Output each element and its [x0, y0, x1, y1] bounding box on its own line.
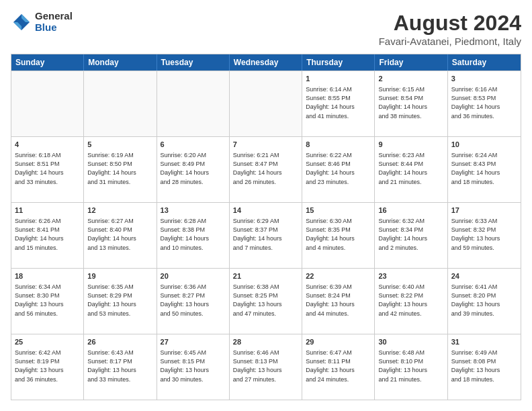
header-friday: Friday — [375, 54, 447, 71]
day-1: 1Sunrise: 6:14 AM Sunset: 8:55 PM Daylig… — [302, 71, 375, 136]
week-row-3: 11Sunrise: 6:26 AM Sunset: 8:41 PM Dayli… — [11, 202, 521, 268]
day-26: 26Sunrise: 6:43 AM Sunset: 8:17 PM Dayli… — [84, 334, 157, 400]
day-info-5: Sunrise: 6:19 AM Sunset: 8:50 PM Dayligh… — [87, 151, 152, 186]
day-info-29: Sunrise: 6:47 AM Sunset: 8:11 PM Dayligh… — [306, 349, 371, 383]
main-title: August 2024 — [379, 11, 521, 36]
day-info-16: Sunrise: 6:32 AM Sunset: 8:34 PM Dayligh… — [378, 217, 443, 252]
day-20: 20Sunrise: 6:36 AM Sunset: 8:27 PM Dayli… — [157, 269, 230, 334]
day-number-7: 7 — [233, 140, 298, 150]
header-monday: Monday — [84, 54, 157, 71]
day-number-31: 31 — [451, 337, 517, 347]
day-19: 19Sunrise: 6:35 AM Sunset: 8:29 PM Dayli… — [84, 269, 157, 334]
day-info-1: Sunrise: 6:14 AM Sunset: 8:55 PM Dayligh… — [306, 85, 371, 120]
day-info-12: Sunrise: 6:27 AM Sunset: 8:40 PM Dayligh… — [87, 217, 152, 252]
day-number-16: 16 — [378, 205, 443, 216]
day-info-31: Sunrise: 6:49 AM Sunset: 8:08 PM Dayligh… — [451, 349, 517, 383]
logo-text: General Blue — [35, 11, 73, 33]
day-30: 30Sunrise: 6:48 AM Sunset: 8:10 PM Dayli… — [375, 334, 447, 400]
day-number-25: 25 — [15, 337, 80, 347]
day-4: 4Sunrise: 6:18 AM Sunset: 8:51 PM Daylig… — [11, 137, 84, 202]
day-27: 27Sunrise: 6:45 AM Sunset: 8:15 PM Dayli… — [157, 334, 230, 400]
day-number-18: 18 — [15, 271, 80, 281]
day-number-9: 9 — [378, 140, 443, 150]
empty-cell-0-0 — [11, 71, 84, 136]
day-number-6: 6 — [161, 140, 226, 150]
day-info-14: Sunrise: 6:29 AM Sunset: 8:37 PM Dayligh… — [233, 217, 298, 252]
day-info-2: Sunrise: 6:15 AM Sunset: 8:54 PM Dayligh… — [378, 85, 443, 120]
day-info-18: Sunrise: 6:34 AM Sunset: 8:30 PM Dayligh… — [15, 283, 80, 318]
header-wednesday: Wednesday — [230, 54, 302, 71]
day-17: 17Sunrise: 6:33 AM Sunset: 8:32 PM Dayli… — [448, 203, 521, 268]
day-info-26: Sunrise: 6:43 AM Sunset: 8:17 PM Dayligh… — [87, 349, 152, 383]
day-number-24: 24 — [451, 271, 517, 281]
day-number-22: 22 — [306, 271, 371, 281]
calendar-body: 1Sunrise: 6:14 AM Sunset: 8:55 PM Daylig… — [11, 71, 521, 400]
day-number-20: 20 — [161, 271, 226, 281]
day-5: 5Sunrise: 6:19 AM Sunset: 8:50 PM Daylig… — [84, 137, 157, 202]
page: General Blue August 2024 Favari-Avatanei… — [0, 0, 532, 411]
week-row-2: 4Sunrise: 6:18 AM Sunset: 8:51 PM Daylig… — [11, 136, 521, 202]
day-number-23: 23 — [378, 271, 443, 281]
day-number-26: 26 — [87, 337, 152, 347]
week-row-4: 18Sunrise: 6:34 AM Sunset: 8:30 PM Dayli… — [11, 268, 521, 334]
day-info-6: Sunrise: 6:20 AM Sunset: 8:49 PM Dayligh… — [161, 151, 226, 186]
day-number-19: 19 — [87, 271, 152, 281]
day-number-27: 27 — [161, 337, 226, 347]
day-info-10: Sunrise: 6:24 AM Sunset: 8:43 PM Dayligh… — [451, 151, 517, 186]
day-13: 13Sunrise: 6:28 AM Sunset: 8:38 PM Dayli… — [157, 203, 230, 268]
day-15: 15Sunrise: 6:30 AM Sunset: 8:35 PM Dayli… — [302, 203, 375, 268]
day-3: 3Sunrise: 6:16 AM Sunset: 8:53 PM Daylig… — [448, 71, 521, 136]
day-info-23: Sunrise: 6:40 AM Sunset: 8:22 PM Dayligh… — [378, 283, 443, 318]
day-21: 21Sunrise: 6:38 AM Sunset: 8:25 PM Dayli… — [230, 269, 302, 334]
day-18: 18Sunrise: 6:34 AM Sunset: 8:30 PM Dayli… — [11, 269, 84, 334]
calendar: Sunday Monday Tuesday Wednesday Thursday… — [11, 54, 521, 400]
day-info-21: Sunrise: 6:38 AM Sunset: 8:25 PM Dayligh… — [233, 283, 298, 318]
header-sunday: Sunday — [11, 54, 84, 71]
header-tuesday: Tuesday — [157, 54, 230, 71]
header: General Blue August 2024 Favari-Avatanei… — [11, 11, 521, 47]
day-8: 8Sunrise: 6:22 AM Sunset: 8:46 PM Daylig… — [302, 137, 375, 202]
day-number-2: 2 — [378, 74, 443, 84]
day-info-30: Sunrise: 6:48 AM Sunset: 8:10 PM Dayligh… — [378, 349, 443, 383]
day-info-19: Sunrise: 6:35 AM Sunset: 8:29 PM Dayligh… — [87, 283, 152, 318]
day-number-15: 15 — [306, 205, 371, 216]
day-10: 10Sunrise: 6:24 AM Sunset: 8:43 PM Dayli… — [448, 137, 521, 202]
day-9: 9Sunrise: 6:23 AM Sunset: 8:44 PM Daylig… — [375, 137, 447, 202]
day-number-1: 1 — [306, 74, 371, 84]
logo-general-text: General — [35, 11, 73, 22]
day-31: 31Sunrise: 6:49 AM Sunset: 8:08 PM Dayli… — [448, 334, 521, 400]
day-info-17: Sunrise: 6:33 AM Sunset: 8:32 PM Dayligh… — [451, 217, 517, 252]
day-number-14: 14 — [233, 205, 298, 216]
day-number-30: 30 — [378, 337, 443, 347]
empty-cell-0-1 — [84, 71, 157, 136]
logo-blue-text: Blue — [35, 22, 73, 34]
empty-cell-0-3 — [230, 71, 302, 136]
week-row-5: 25Sunrise: 6:42 AM Sunset: 8:19 PM Dayli… — [11, 334, 521, 400]
day-number-29: 29 — [306, 337, 371, 347]
logo-icon — [11, 11, 32, 33]
day-number-21: 21 — [233, 271, 298, 281]
day-info-22: Sunrise: 6:39 AM Sunset: 8:24 PM Dayligh… — [306, 283, 371, 318]
day-info-24: Sunrise: 6:41 AM Sunset: 8:20 PM Dayligh… — [451, 283, 517, 318]
week-row-1: 1Sunrise: 6:14 AM Sunset: 8:55 PM Daylig… — [11, 71, 521, 136]
day-info-25: Sunrise: 6:42 AM Sunset: 8:19 PM Dayligh… — [15, 349, 80, 383]
calendar-header: Sunday Monday Tuesday Wednesday Thursday… — [11, 54, 521, 71]
day-info-4: Sunrise: 6:18 AM Sunset: 8:51 PM Dayligh… — [15, 151, 80, 186]
day-info-15: Sunrise: 6:30 AM Sunset: 8:35 PM Dayligh… — [306, 217, 371, 252]
day-6: 6Sunrise: 6:20 AM Sunset: 8:49 PM Daylig… — [157, 137, 230, 202]
empty-cell-0-2 — [157, 71, 230, 136]
logo: General Blue — [11, 11, 73, 33]
day-info-3: Sunrise: 6:16 AM Sunset: 8:53 PM Dayligh… — [451, 85, 517, 120]
day-number-3: 3 — [451, 74, 517, 84]
day-number-5: 5 — [87, 140, 152, 150]
day-12: 12Sunrise: 6:27 AM Sunset: 8:40 PM Dayli… — [84, 203, 157, 268]
day-25: 25Sunrise: 6:42 AM Sunset: 8:19 PM Dayli… — [11, 334, 84, 400]
day-number-11: 11 — [15, 205, 80, 216]
day-number-4: 4 — [15, 140, 80, 150]
day-29: 29Sunrise: 6:47 AM Sunset: 8:11 PM Dayli… — [302, 334, 375, 400]
day-number-17: 17 — [451, 205, 517, 216]
title-block: August 2024 Favari-Avatanei, Piedmont, I… — [379, 11, 521, 47]
day-number-13: 13 — [161, 205, 226, 216]
day-info-13: Sunrise: 6:28 AM Sunset: 8:38 PM Dayligh… — [161, 217, 226, 252]
subtitle: Favari-Avatanei, Piedmont, Italy — [379, 36, 521, 47]
